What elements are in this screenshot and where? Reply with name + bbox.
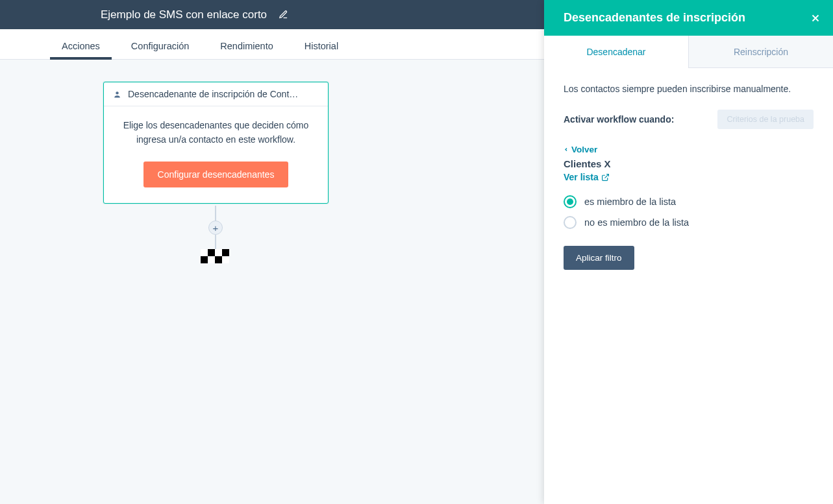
chevron-left-icon [564, 146, 569, 153]
back-link[interactable]: Volver [564, 145, 597, 154]
tab-rendimiento[interactable]: Rendimiento [220, 41, 273, 59]
list-name: Clientes X [564, 158, 814, 169]
panel-body: Los contactos siempre pueden inscribirse… [544, 68, 833, 285]
panel-tab-reinscripcion[interactable]: Reinscripción [688, 36, 833, 67]
page-title: Ejemplo de SMS con enlace corto [101, 8, 267, 21]
panel-header: Desencadenantes de inscripción [544, 0, 833, 36]
finish-flag-icon [201, 249, 229, 263]
tab-acciones[interactable]: Acciones [62, 41, 100, 59]
radio-icon-selected [564, 195, 577, 208]
side-panel: Desencadenantes de inscripción Desencade… [544, 0, 833, 504]
radio-label-not-member: no es miembro de la lista [584, 217, 689, 228]
apply-filter-button[interactable]: Aplicar filtro [564, 246, 634, 270]
close-icon[interactable] [810, 12, 821, 24]
trigger-card-header: Desencadenante de inscripción de Cont… [104, 82, 328, 106]
svg-point-0 [116, 91, 118, 94]
trigger-card[interactable]: Desencadenante de inscripción de Cont… E… [103, 82, 329, 204]
panel-intro-text: Los contactos siempre pueden inscribirse… [564, 84, 814, 94]
tab-historial[interactable]: Historial [305, 41, 338, 59]
radio-is-member[interactable]: es miembro de la lista [564, 195, 814, 208]
configure-triggers-button[interactable]: Configurar desencadenantes [143, 162, 289, 187]
trigger-card-body: Elige los desencadenantes que deciden có… [104, 106, 328, 203]
radio-not-member[interactable]: no es miembro de la lista [564, 216, 814, 229]
add-step-button[interactable]: + [208, 221, 223, 235]
trigger-card-title: Desencadenante de inscripción de Cont… [128, 89, 298, 99]
trigger-card-text: Elige los desencadenantes que deciden có… [117, 118, 315, 147]
panel-tab-desencadenar[interactable]: Desencadenar [544, 36, 688, 67]
connector-line [215, 206, 216, 221]
test-criteria-button[interactable]: Criterios de la prueba [717, 110, 814, 129]
pencil-icon[interactable] [279, 10, 288, 19]
view-list-label: Ver lista [564, 172, 599, 182]
activate-label: Activar workflow cuando: [564, 114, 674, 125]
view-list-link[interactable]: Ver lista [564, 172, 610, 182]
panel-tabs: Desencadenar Reinscripción [544, 36, 833, 68]
radio-label-is-member: es miembro de la lista [584, 197, 676, 207]
contact-icon [113, 90, 121, 99]
connector-line-2 [215, 235, 216, 249]
tab-configuracion[interactable]: Configuración [131, 41, 189, 59]
back-label: Volver [571, 145, 597, 154]
radio-icon [564, 216, 577, 229]
panel-title: Desencadenantes de inscripción [564, 11, 745, 25]
external-link-icon [601, 173, 610, 182]
activate-row: Activar workflow cuando: Criterios de la… [564, 110, 814, 129]
